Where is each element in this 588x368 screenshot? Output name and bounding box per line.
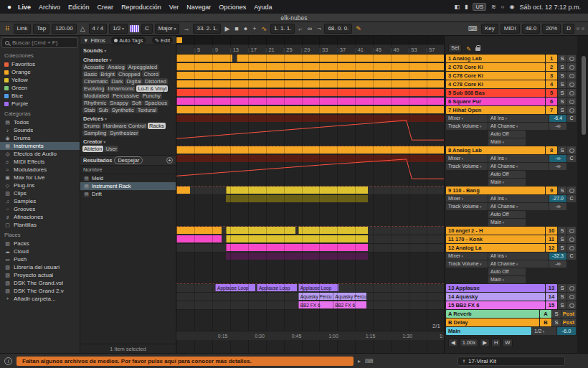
- menu-reproducci-n[interactable]: Reproducción: [121, 4, 161, 11]
- clip[interactable]: Applause Loop: [215, 284, 255, 291]
- clip[interactable]: [176, 80, 444, 88]
- output-chooser[interactable]: Main: [488, 138, 526, 146]
- tag-rhythmic[interactable]: Rhythmic: [82, 100, 108, 106]
- track-header-9[interactable]: 9 110 - Bang9S: [446, 187, 576, 194]
- menu-ver[interactable]: Ver: [169, 4, 179, 11]
- device-chooser[interactable]: Mixer: [446, 253, 488, 260]
- place-packs[interactable]: ▧Packs: [0, 240, 80, 247]
- track-lane-9[interactable]: [176, 187, 444, 195]
- quantize-menu[interactable]: 1/2: [109, 24, 128, 34]
- place-dsk-the-grand-vst[interactable]: ▨DSK The Grand.vst: [0, 279, 80, 287]
- control-chooser[interactable]: Track Volume: [446, 123, 488, 130]
- output-chooser[interactable]: Main: [488, 219, 526, 226]
- clip[interactable]: [176, 146, 444, 154]
- place-a-adir-carpeta[interactable]: +Añadir carpeta...: [0, 295, 80, 303]
- time-ruler[interactable]: 0:150:300:451:001:151:301:45: [176, 331, 444, 340]
- key-map-button[interactable]: Key: [481, 24, 498, 34]
- follow-icon[interactable]: →: [181, 25, 191, 32]
- stop-button[interactable]: ■: [233, 25, 240, 32]
- device-tag-sampling[interactable]: Sampling: [82, 130, 108, 136]
- track-lane-8[interactable]: [176, 146, 444, 155]
- menu-archivo[interactable]: Archivo: [39, 4, 60, 11]
- control-chooser[interactable]: Track Volume: [446, 260, 488, 268]
- tag-acoustic[interactable]: Acoustic: [82, 64, 105, 70]
- tag-sub[interactable]: Sub: [97, 107, 109, 113]
- category-moduladores[interactable]: ≈Moduladores: [0, 166, 80, 174]
- midi-map-button[interactable]: MIDI: [501, 24, 520, 34]
- solo-button[interactable]: S: [558, 89, 566, 97]
- auto-tags-toggle[interactable]: Auto Tags: [111, 37, 146, 44]
- solo-button[interactable]: S: [552, 310, 561, 318]
- collection-purple[interactable]: Purple: [0, 100, 80, 108]
- device-tag-drums[interactable]: Drums: [82, 123, 101, 129]
- input-chooser[interactable]: All Ins: [488, 115, 549, 122]
- zoom-level[interactable]: 1.00x: [460, 339, 478, 347]
- category-afinaciones[interactable]: ♯Afinaciones: [0, 213, 80, 221]
- device-chooser[interactable]: Mixer: [446, 195, 488, 202]
- tag-punchy[interactable]: Punchy: [141, 93, 162, 99]
- solo-button[interactable]: S: [558, 72, 566, 80]
- track-header-10[interactable]: 10 angel 2 - H10S: [446, 227, 576, 235]
- tap-tempo-button[interactable]: Tap: [33, 24, 49, 34]
- channel-chooser[interactable]: All Channe: [488, 163, 549, 170]
- clip[interactable]: [176, 55, 232, 62]
- creator-tag-ableton[interactable]: Ableton: [82, 146, 103, 152]
- keyboard-layout-badge[interactable]: US: [473, 3, 485, 11]
- edit-tags-button[interactable]: ✎ Edit: [152, 37, 173, 44]
- creator-section-header[interactable]: Creator: [80, 136, 176, 146]
- category-plug-ins[interactable]: ◇Plug-Ins: [0, 181, 80, 189]
- link-button[interactable]: Link: [14, 24, 32, 34]
- tag-basic[interactable]: Basic: [82, 71, 98, 77]
- track-lane-12[interactable]: [176, 244, 444, 253]
- monitor-auto-off[interactable]: Auto Off: [488, 211, 526, 218]
- battery-icon[interactable]: ▮: [465, 4, 468, 10]
- solo-button[interactable]: S: [558, 301, 566, 309]
- track-lane-13[interactable]: Applause LoopApplause LoopApplause Loop: [176, 284, 444, 293]
- arm-button[interactable]: [567, 284, 576, 292]
- automation-pencil-icon[interactable]: ✎: [465, 46, 473, 52]
- clip[interactable]: [176, 235, 222, 242]
- clip[interactable]: Applause Loop: [257, 284, 297, 291]
- sounds-section-header[interactable]: Sounds: [80, 45, 176, 55]
- solo-button[interactable]: S: [558, 235, 566, 243]
- clip[interactable]: [176, 98, 444, 105]
- input-chooser[interactable]: All Ins: [488, 253, 549, 260]
- place-librer-a-del-usuari[interactable]: ▨Librería del usuari: [0, 263, 80, 271]
- channel-chooser[interactable]: All Channe: [488, 260, 549, 268]
- place-dsk-the-grand-2-v[interactable]: ▨DSK The Grand 2.v: [0, 287, 80, 295]
- output-chooser[interactable]: Main: [488, 179, 526, 186]
- automation-lane-7[interactable]: [176, 115, 444, 146]
- tag-digital[interactable]: Digital: [125, 78, 143, 85]
- tag-spacious[interactable]: Spacious: [143, 100, 169, 106]
- clip[interactable]: [176, 63, 444, 70]
- category-midi-effects[interactable]: ♬MIDI Effects: [0, 158, 80, 166]
- clip[interactable]: [226, 244, 368, 251]
- menu-live[interactable]: Live: [18, 4, 31, 11]
- monitor-auto-off[interactable]: Auto Off: [488, 171, 526, 178]
- arrangement-position-field[interactable]: 33. 2. 1.: [193, 24, 221, 34]
- menu-ayuda[interactable]: Ayuda: [254, 4, 272, 11]
- solo-button[interactable]: S: [558, 55, 566, 62]
- channel-chooser[interactable]: All Channe: [488, 203, 549, 210]
- track-header-8[interactable]: 8 Analog Lab8S: [446, 146, 576, 154]
- collection-blue[interactable]: Blue: [0, 92, 80, 100]
- beat-time-ruler[interactable]: 59131721252933374145495357: [176, 44, 444, 55]
- track-header-5[interactable]: 5 Sub 808 Bas5S: [446, 89, 576, 97]
- clip[interactable]: [176, 227, 222, 234]
- monitor-auto-off[interactable]: Auto Off: [488, 268, 526, 275]
- loop-start-field[interactable]: 1. 1. 1.: [270, 24, 295, 34]
- tempo-field[interactable]: 120.00: [52, 24, 76, 34]
- solo-button[interactable]: S: [558, 244, 566, 252]
- apple-menu-icon[interactable]: ●: [7, 3, 11, 11]
- disk-overload-indicator[interactable]: D: [563, 24, 574, 34]
- wifi-icon[interactable]: ≋: [491, 4, 496, 10]
- track-lane-4[interactable]: [176, 80, 444, 89]
- search-input[interactable]: Buscar (Cmd + F): [1, 37, 78, 48]
- device-tag-synthesizer[interactable]: Synthesizer: [108, 130, 139, 136]
- clip[interactable]: Applause Loop: [298, 284, 338, 291]
- clip[interactable]: [176, 72, 444, 79]
- category-instruments[interactable]: ▦Instruments: [0, 142, 80, 150]
- output-chooser[interactable]: Main: [488, 276, 526, 283]
- track-lane-2[interactable]: [176, 63, 444, 72]
- automation-envelope[interactable]: [176, 115, 444, 146]
